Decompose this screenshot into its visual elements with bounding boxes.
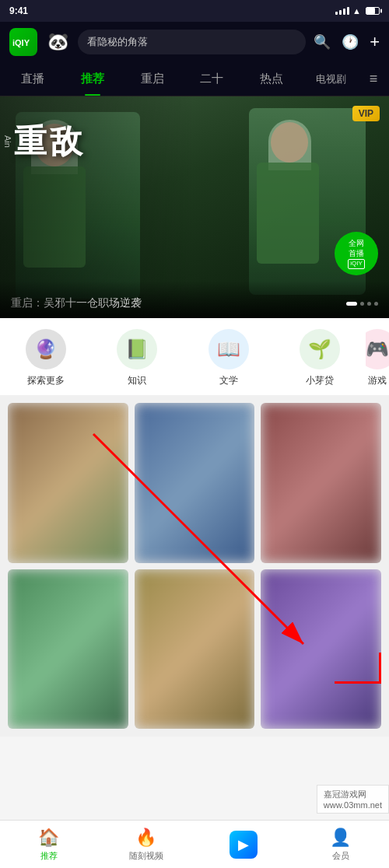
bottom-tab-video[interactable]: 🔥 随刻视频 — [97, 821, 194, 868]
tab-live[interactable]: 直播 — [3, 62, 63, 96]
content-card-1[interactable] — [8, 403, 128, 563]
vip-badge: VIP — [352, 106, 380, 121]
hero-banner[interactable]: Ain 重敌 VIP 全网 首播 iQIY 重启：吴邪十一仓职场逆袭 — [0, 96, 389, 318]
content-card-4[interactable] — [8, 569, 128, 730]
explore-icon: 🔮 — [26, 329, 66, 369]
top-nav-icons: 🔍 🕐 + — [314, 32, 380, 52]
signal-icon — [335, 7, 349, 15]
status-time-area: 9:41 — [9, 5, 28, 16]
top-nav: iQIY 🐼 看隐秘的角落 🔍 🕐 + — [0, 22, 389, 62]
content-card-6[interactable] — [261, 569, 381, 730]
cat-game[interactable]: 🎮 游戏 — [366, 329, 389, 387]
content-card-5[interactable] — [135, 569, 255, 730]
tab-restart[interactable]: 重启 — [122, 62, 182, 96]
bottom-tab-recommend-label: 推荐 — [40, 850, 58, 862]
bottom-tab-recommend[interactable]: 🏠 推荐 — [0, 821, 97, 868]
battery-icon — [366, 7, 380, 15]
cat-explore[interactable]: 🔮 探索更多 — [0, 329, 92, 387]
tab-tv[interactable]: 电视剧 — [301, 62, 361, 96]
first-broadcast-badge: 全网 首播 iQIY — [335, 232, 378, 275]
search-icon[interactable]: 🔍 — [314, 33, 331, 51]
explore-label: 探索更多 — [27, 374, 65, 387]
hero-title: 重敌 — [14, 120, 86, 163]
tab-recommend[interactable]: 推荐 — [63, 62, 123, 96]
knowledge-label: 知识 — [128, 374, 146, 387]
mascot-button[interactable]: 🐼 — [45, 30, 70, 54]
bottom-tab-video-label: 随刻视频 — [129, 850, 163, 862]
loan-label: 小芽贷 — [306, 374, 334, 387]
content-card-3[interactable] — [261, 403, 381, 563]
content-card-2[interactable] — [135, 403, 255, 563]
tab-hot[interactable]: 热点 — [242, 62, 302, 96]
status-bar: 9:41 ▲ — [0, 0, 389, 22]
search-hint-text: 看隐秘的角落 — [87, 35, 148, 49]
literature-label: 文学 — [219, 374, 238, 387]
watermark-site-name: 嘉冠游戏网 — [324, 789, 382, 800]
status-icons: ▲ — [335, 6, 380, 16]
account-icon: 👤 — [330, 828, 351, 848]
category-tabs: 直播 推荐 重启 二十 热点 电视剧 ≡ — [0, 62, 389, 96]
category-icons-row: 🔮 探索更多 📗 知识 📖 文学 🌱 小芽贷 🎮 游戏 — [0, 318, 389, 395]
knowledge-icon: 📗 — [117, 329, 157, 369]
content-grid-section — [0, 395, 389, 737]
svg-text:iQIY: iQIY — [12, 38, 30, 47]
member-special-icon: ▶ — [230, 831, 258, 859]
literature-icon: 📖 — [209, 329, 249, 369]
status-time: 9:41 — [9, 5, 28, 16]
logo-icon: iQIY — [9, 28, 37, 56]
game-icon: 🎮 — [366, 329, 389, 369]
hero-side-label: Ain — [3, 135, 12, 148]
game-label: 游戏 — [368, 374, 387, 387]
search-bar[interactable]: 看隐秘的角落 — [78, 30, 306, 54]
watermark-url: www.03mm.net — [324, 800, 382, 810]
history-icon[interactable]: 🕐 — [342, 33, 359, 51]
cat-knowledge[interactable]: 📗 知识 — [92, 329, 184, 387]
fire-icon: 🔥 — [135, 828, 156, 848]
add-icon[interactable]: + — [370, 32, 380, 52]
cat-loan[interactable]: 🌱 小芽贷 — [275, 329, 366, 387]
tab-menu-icon[interactable]: ≡ — [361, 71, 386, 87]
bottom-tab-account-label: 会员 — [332, 850, 349, 862]
loan-icon: 🌱 — [300, 329, 340, 369]
cat-literature[interactable]: 📖 文学 — [183, 329, 275, 387]
tab-twenty[interactable]: 二十 — [182, 62, 242, 96]
content-section — [0, 395, 389, 737]
wifi-icon: ▲ — [352, 6, 361, 16]
bottom-nav: 🏠 推荐 🔥 随刻视频 ▶ 👤 会员 — [0, 820, 389, 868]
bottom-tab-member[interactable]: ▶ — [194, 821, 292, 868]
home-icon: 🏠 — [38, 828, 59, 848]
watermark: 嘉冠游戏网 www.03mm.net — [317, 785, 389, 814]
bottom-tab-account[interactable]: 👤 会员 — [292, 821, 389, 868]
content-grid-row1 — [8, 403, 381, 563]
app-logo[interactable]: iQIY — [9, 28, 37, 56]
content-grid-row2 — [8, 569, 381, 737]
